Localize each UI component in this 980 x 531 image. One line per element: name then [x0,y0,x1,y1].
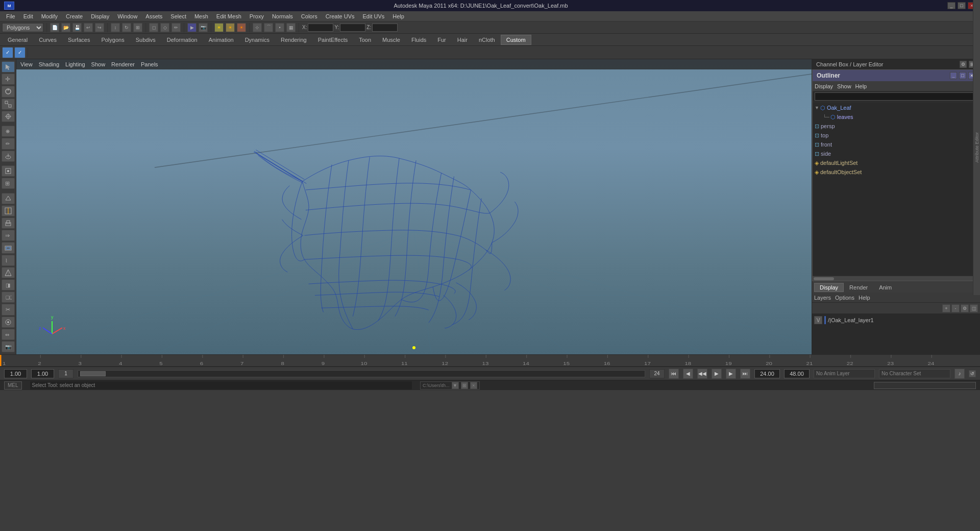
prev-frame-btn[interactable]: ◀ [683,369,693,379]
scale-tool[interactable] [2,99,15,110]
undo-icon[interactable]: ↩ [84,23,93,32]
layer-tab-anim[interactable]: Anim [873,283,897,292]
timeline-range-handle[interactable] [80,371,106,376]
outliner-menu-help[interactable]: Help [855,83,867,89]
new-file-icon[interactable]: 📄 [50,23,59,32]
vp-menu-shading[interactable]: Shading [39,61,59,67]
layer-new-icon[interactable]: + [942,304,950,312]
go-to-end-btn[interactable]: ⏭ [740,369,750,379]
outliner-menu-display[interactable]: Display [815,83,833,89]
redo-icon[interactable]: ↪ [95,23,104,32]
transform-component-tool[interactable] [2,317,15,328]
minimize-button[interactable]: _ [947,2,955,9]
scale-icon[interactable]: ⊞ [133,23,142,32]
tab-muscle[interactable]: Muscle [377,35,406,45]
snap-together-tool[interactable]: ⊞ [2,178,15,189]
paint-tool[interactable]: ✏ [2,138,15,149]
cmd-path-close-btn[interactable]: × [470,382,477,389]
tab-painteffects[interactable]: PaintEffects [312,35,354,45]
menu-help[interactable]: Help [388,12,408,20]
tab-polygons[interactable]: Polygons [95,35,130,45]
extrude-tool[interactable] [2,218,15,229]
outliner-search-input[interactable] [815,92,977,101]
panel-settings-icon[interactable]: ⚙ [960,61,967,68]
tab-general[interactable]: General [2,35,33,45]
menu-edit-mesh[interactable]: Edit Mesh [212,12,246,20]
slide-edge-tool[interactable]: ⇔ [2,329,15,340]
cmd-path-option-btn[interactable]: ⊞ [461,382,468,389]
snap-grid-icon[interactable]: ⊹ [253,23,262,32]
y-input[interactable] [340,23,365,32]
offset-edge-tool[interactable] [2,242,15,253]
outliner-item-leaves[interactable]: └─ ⬡ leaves [813,112,979,122]
action-snap-btn[interactable]: ✓ [2,47,13,58]
poke-tool[interactable] [2,267,15,278]
viewport[interactable]: View Shading Lighting Show Renderer Pane… [16,59,812,354]
tab-surfaces[interactable]: Surfaces [62,35,95,45]
camera-tool[interactable]: 📷 [2,341,15,352]
vp-menu-lighting[interactable]: Lighting [65,61,85,67]
timeline-ruler[interactable]: 1 2 3 4 5 6 7 8 9 10 11 [0,355,980,366]
outliner-minimize-btn[interactable]: _ [950,72,957,79]
rotate-tool[interactable] [2,86,15,97]
move-tool[interactable]: ✛ [2,74,15,85]
open-file-icon[interactable]: 📂 [61,23,70,32]
menu-edit[interactable]: Edit [19,12,37,20]
sculpt-tool[interactable] [2,151,15,162]
outliner-item-defaultlightset[interactable]: ◈ defaultLightSet [813,158,979,167]
action-toggle-btn[interactable]: ✓ [14,47,26,58]
layer-tab-render[interactable]: Render [844,283,873,292]
render-icon[interactable]: ▶ [187,23,197,32]
move-icon[interactable]: ↕ [111,23,120,32]
timeline[interactable]: 1 2 3 4 5 6 7 8 9 10 11 [0,354,980,367]
current-time-input[interactable] [31,369,54,378]
save-file-icon[interactable]: 💾 [72,23,82,32]
x-input[interactable] [308,23,333,32]
lasso-icon[interactable]: ◇ [160,23,169,32]
menu-select[interactable]: Select [166,12,190,20]
menu-edit-uvs[interactable]: Edit UVs [359,12,389,20]
layer-sub-help[interactable]: Help [859,295,870,301]
outliner-item-oak-leaf[interactable]: ▼ ⬡ Oak_Leaf [813,103,979,112]
outliner-restore-btn[interactable]: □ [959,72,966,79]
tab-subdivs[interactable]: Subdivs [130,35,161,45]
outliner-item-defaultobjectset[interactable]: ◈ defaultObjectSet [813,167,979,177]
tab-curves[interactable]: Curves [33,35,62,45]
tab-deformation[interactable]: Deformation [161,35,203,45]
layer-delete-icon[interactable]: - [951,304,960,312]
soft-select-tool[interactable]: ❋ [2,126,15,137]
vp-menu-view[interactable]: View [20,61,33,67]
layer-group-icon[interactable]: ◫ [970,304,978,312]
tab-ncloth[interactable]: nCloth [473,35,501,45]
wedge-tool[interactable]: ◨ [2,279,15,291]
menu-window[interactable]: Window [113,12,141,20]
cut-faces-tool[interactable]: ✂ [2,304,15,315]
start-time-input[interactable] [4,369,27,378]
universal-manip-tool[interactable] [2,111,15,122]
paint-icon[interactable]: ✏ [172,23,181,32]
ipr-icon[interactable]: 📷 [199,23,208,32]
audio-icon[interactable]: ♪ [954,369,965,379]
tab-toon[interactable]: Toon [353,35,377,45]
range-end-marker[interactable]: 24 [649,369,665,378]
bridge-tool[interactable]: ⌇ [2,255,15,266]
create-poly-tool[interactable] [2,193,15,204]
tab-dynamics[interactable]: Dynamics [239,35,275,45]
tab-fluids[interactable]: Fluids [406,35,432,45]
end-time-field[interactable] [754,369,780,378]
vp-menu-panels[interactable]: Panels [141,61,158,67]
light1-icon[interactable]: ☀ [214,23,224,32]
play-forward-btn[interactable]: ▶ [712,369,722,379]
vp-menu-show[interactable]: Show [91,61,106,67]
mel-python-toggle[interactable]: MEL [4,381,22,390]
play-backward-btn[interactable]: ◀◀ [697,369,707,379]
mode-selector[interactable]: Polygons Animation Rendering Dynamics [2,23,43,32]
select-icon[interactable]: ◻ [149,23,158,32]
menu-create-uvs[interactable]: Create UVs [322,12,359,20]
max-time-field[interactable] [784,369,810,378]
layer-tab-display[interactable]: Display [814,283,844,292]
menu-file[interactable]: File [2,12,19,20]
light2-icon[interactable]: ☀ [226,23,235,32]
rotate-icon[interactable]: ↻ [122,23,131,32]
layer-sub-layers[interactable]: Layers [814,295,831,301]
